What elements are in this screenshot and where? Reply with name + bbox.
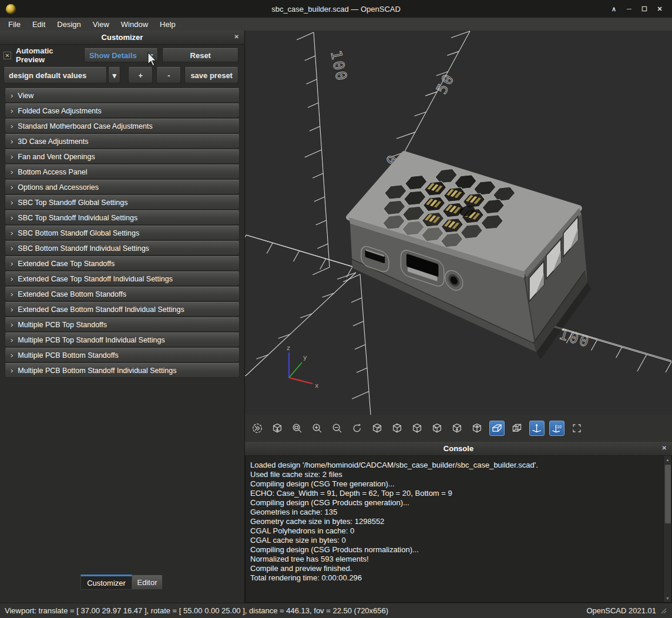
console-log[interactable]: Loaded design '/home/hominoid/CADCAM/sbc…	[245, 456, 672, 603]
maximize-button[interactable]: ☐	[640, 5, 649, 13]
show-axes-button[interactable]	[529, 421, 545, 436]
show-crosshairs-button[interactable]	[569, 421, 584, 436]
section-header[interactable]: › SBC Bottom Standoff Individual Setting…	[5, 241, 240, 256]
automatic-preview-label: Automatic Preview	[16, 46, 84, 64]
section-header[interactable]: › Multiple PCB Top Standoff Individual S…	[5, 332, 240, 347]
console-panel: Console ✕ Loaded design '/home/hominoid/…	[245, 442, 672, 603]
axis-gizmo: z y x	[287, 344, 319, 389]
menu-item[interactable]: File	[2, 20, 26, 29]
view-left-button[interactable]	[429, 421, 445, 436]
chevron-right-icon: ›	[11, 153, 13, 160]
resize-grip-icon[interactable]	[660, 607, 667, 614]
reset-button-label: Reset	[190, 51, 211, 60]
view-center-icon	[271, 422, 283, 434]
section-header[interactable]: › SBC Bottom Standoff Global Settings	[5, 226, 240, 240]
section-label: SBC Top Standoff Individual Settings	[18, 214, 137, 222]
console-line: Compiling design (CSG Products generatio…	[250, 498, 660, 508]
close-console-icon[interactable]: ✕	[662, 445, 667, 452]
section-header[interactable]: › SBC Top Standoff Global Settings	[5, 195, 240, 210]
section-header[interactable]: › Fan and Vent Openings	[5, 149, 240, 164]
zoom-in-button[interactable]	[310, 421, 325, 436]
menu-item[interactable]: View	[87, 20, 115, 29]
menu-item[interactable]: Help	[154, 20, 182, 29]
section-header[interactable]: › Extended Case Bottom Standoffs	[5, 287, 240, 301]
reset-view-button[interactable]	[350, 421, 365, 436]
zoom-in-icon	[311, 422, 323, 434]
console-scrollbar[interactable]: ▲ ▼	[663, 456, 671, 602]
view-bottom-icon	[411, 422, 423, 434]
chevron-right-icon: ›	[11, 107, 13, 115]
preset-dropdown[interactable]: design default values	[4, 67, 107, 83]
view-back-button[interactable]	[469, 421, 485, 436]
view-right-button[interactable]	[369, 421, 385, 436]
save-preset-button[interactable]: save preset	[184, 67, 238, 83]
section-header[interactable]: › Options and Accessories	[5, 180, 240, 194]
section-header[interactable]: › Standard Motherboard Case Adjustments	[5, 119, 240, 133]
section-header[interactable]: › Multiple PCB Bottom Standoff Individua…	[5, 363, 240, 378]
viewport-status-text: Viewport: translate = [ 37.00 29.97 16.4…	[5, 606, 388, 615]
view-left-icon	[431, 422, 443, 434]
console-line: Used file cache size: 2 files	[250, 470, 660, 479]
tab-customizer[interactable]: Customizer	[80, 575, 132, 590]
scroll-down-icon[interactable]: ▼	[664, 596, 671, 600]
zoom-to-fit-button[interactable]	[290, 421, 305, 436]
openscad-window: sbc_case_builder.scad — OpenSCAD ∧ ─ ☐ ✕…	[0, 0, 672, 618]
menubar: File Edit Design View Window Help	[0, 18, 672, 31]
reset-button[interactable]: Reset	[162, 48, 238, 62]
window-title: sbc_case_builder.scad — OpenSCAD	[0, 5, 672, 14]
console-line: Compiling design (CSG Tree generation)..…	[250, 479, 660, 489]
chevron-right-icon: ›	[11, 351, 13, 359]
chevron-right-icon: ›	[11, 336, 13, 344]
console-line: CGAL cache size in bytes: 0	[250, 536, 660, 545]
section-header[interactable]: › Multiple PCB Top Standoffs	[5, 317, 240, 332]
shade-window-button[interactable]: ∧	[610, 5, 618, 13]
section-header[interactable]: › Extended Case Bottom Standoff Individu…	[5, 302, 240, 317]
section-header[interactable]: › 3D Case Adjustments	[5, 134, 240, 149]
automatic-preview-checkbox[interactable]: ✕	[4, 52, 11, 59]
section-header[interactable]: › Extended Case Top Standoffs	[5, 256, 240, 271]
chevron-right-icon: ›	[11, 229, 13, 237]
minimize-button[interactable]: ─	[625, 5, 633, 13]
orthogonal-view-button[interactable]	[509, 421, 525, 436]
svg-text:10: 10	[557, 425, 562, 429]
chevron-right-icon: ›	[11, 122, 13, 130]
section-header[interactable]: › Bottom Access Panel	[5, 164, 240, 179]
menu-item[interactable]: Window	[115, 20, 154, 29]
view-center-button[interactable]	[270, 421, 285, 436]
console-line: Total rendering time: 0:00:00.296	[250, 573, 660, 583]
view-top-button[interactable]	[389, 421, 405, 436]
show-scale-markers-button[interactable]: 10	[549, 421, 565, 436]
menu-item[interactable]: Edit	[26, 20, 51, 29]
perspective-view-button[interactable]	[489, 421, 505, 436]
section-header[interactable]: › Folded Case Adjustments	[5, 103, 240, 118]
remove-preset-button[interactable]: -	[156, 67, 181, 83]
3d-viewport-canvas[interactable]: 100 50 0 100	[245, 31, 672, 415]
customizer-header: Customizer ✕	[0, 31, 244, 45]
chevron-right-icon: ›	[11, 305, 13, 313]
section-header[interactable]: › View	[5, 88, 240, 103]
tab-editor[interactable]: Editor	[132, 575, 163, 590]
view-all-button[interactable]	[250, 421, 265, 436]
customizer-panel: Customizer ✕ ✕ Automatic Preview Show De…	[0, 31, 245, 603]
view-bottom-button[interactable]	[409, 421, 425, 436]
section-label: Extended Case Top Standoff Individual Se…	[18, 275, 173, 283]
section-header[interactable]: › SBC Top Standoff Individual Settings	[5, 210, 240, 225]
scrollbar-thumb[interactable]	[665, 465, 671, 523]
close-customizer-icon[interactable]: ✕	[234, 33, 239, 41]
preset-dropdown-arrow[interactable]: ▾	[108, 67, 121, 83]
menu-item[interactable]: Design	[51, 20, 86, 29]
console-line: Normalized tree has 593 elements!	[250, 555, 660, 564]
close-window-button[interactable]: ✕	[656, 5, 664, 13]
scroll-up-icon[interactable]: ▲	[664, 458, 671, 462]
view-front-button[interactable]	[449, 421, 465, 436]
section-header[interactable]: › Extended Case Top Standoff Individual …	[5, 271, 240, 286]
section-label: Extended Case Bottom Standoffs	[18, 290, 126, 298]
section-label: Multiple PCB Top Standoffs	[18, 321, 107, 329]
section-label: Fan and Vent Openings	[18, 153, 95, 161]
section-header[interactable]: › Multiple PCB Bottom Standoffs	[5, 348, 240, 362]
section-label: Extended Case Bottom Standoff Individual…	[18, 305, 184, 314]
section-label: Bottom Access Panel	[18, 168, 87, 176]
checkbox-check-icon: ✕	[5, 52, 9, 59]
zoom-out-button[interactable]	[330, 421, 345, 436]
add-preset-button[interactable]: +	[128, 67, 153, 83]
